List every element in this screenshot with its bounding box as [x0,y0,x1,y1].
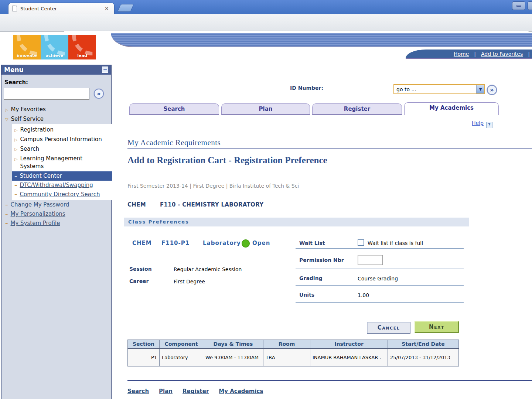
link-separator: | [474,51,476,57]
session-value: Regular Academic Session [174,266,242,272]
logo-block-lead: lead [68,35,96,59]
minimize-button[interactable] [512,1,525,10]
menu-search-input[interactable] [4,88,89,100]
footer-link-plan[interactable]: Plan [159,388,173,395]
sidebar-item-link[interactable]: Community Directory Search [20,191,100,198]
menu-search-go-button[interactable]: » [94,89,104,99]
sidebar-item-registration[interactable]: ▷Registration [12,125,112,135]
sidebar-item-community-directory-search[interactable]: –Community Directory Search [12,190,112,199]
cell-dates: 25/07/2013 - 31/12/2013 [388,349,459,366]
add-to-favorites-link[interactable]: Add to Favorites [481,51,523,57]
class-status: Open [252,240,270,246]
minimize-icon [516,5,521,7]
collapsed-triangle-icon: ▷ [5,108,8,112]
banner-stripes [111,33,532,47]
menu-title: Menu [4,66,24,74]
next-button[interactable]: Next [415,321,459,333]
menu-panel: Menu − Search: » ▷My Favorites ▽Self Ser… [1,65,112,399]
sidebar-item-label: Self Service [11,116,43,122]
menu-collapse-icon[interactable]: − [102,66,108,73]
help-link[interactable]: Help [472,120,484,126]
collapsed-triangle-icon: ▷ [14,137,17,142]
session-label: Session [129,266,152,272]
page-favicon-icon [12,6,17,11]
sidebar-item-search[interactable]: ▷Search [12,144,112,154]
tab-my-academics[interactable]: My Academics [404,102,499,115]
tab-search[interactable]: Search [129,103,219,115]
col-header-start-end-date: Start/End Date [388,340,459,349]
cancel-button[interactable]: Cancel [367,322,410,334]
sidebar-item-campus-personal-information[interactable]: ▷Campus Personal Information [12,135,112,144]
expanded-triangle-icon: ▽ [5,117,8,122]
page-title: My Academic Requirements [127,138,221,147]
divider [296,269,464,269]
sidebar-item-link[interactable]: Change My Password [11,201,69,208]
new-tab-button[interactable] [117,4,134,12]
institution-logo: innovate achieve lead [13,35,96,59]
logo-block-achieve: achieve [41,35,68,59]
tab-close-icon[interactable]: × [103,5,110,12]
footer-link-search[interactable]: Search [127,388,149,395]
sidebar-item-student-center[interactable]: –Student Center [12,171,112,181]
dash-icon: – [14,173,17,179]
sidebar-item-label: Campus Personal Information [20,136,102,143]
home-link[interactable]: Home [454,51,469,57]
title-rule [127,148,532,149]
link-separator: | [528,51,530,57]
sidebar-item-link[interactable]: My Personalizations [11,211,65,217]
units-value: 1.00 [358,292,369,298]
sidebar-item-my-personalizations[interactable]: –My Personalizations [4,209,111,219]
schedule-header-row: Section Component Days & Times Room Inst… [128,340,459,349]
browser-titlebar: Student Center × [0,0,532,14]
footer-link-register[interactable]: Register [183,388,209,395]
divider [296,302,464,303]
col-header-days-times: Days & Times [203,340,263,349]
section-title: Add to Registration Cart - Registration … [127,155,327,166]
sidebar-item-my-favorites[interactable]: ▷My Favorites [4,105,111,115]
sidebar-item-learning-management-systems[interactable]: ▷Learning Management Systems [12,154,112,171]
dash-icon: – [5,201,8,208]
course-title: F110 - CHEMISTRY LABORATORY [160,201,263,208]
footer-link-my-academics[interactable]: My Academics [219,388,263,395]
cell-component: Laboratory [160,349,203,366]
goto-selected-value: go to ... [394,86,476,92]
sidebar-item-change-my-password[interactable]: –Change My Password [4,200,111,209]
sidebar-item-dtc-withdrawal-swapping[interactable]: –DTC/Withdrawal/Swapping [12,181,112,190]
page: Home | Add to Favorites | innovate achie… [0,32,532,399]
sidebar-item-link[interactable]: DTC/Withdrawal/Swapping [20,182,93,188]
grading-label: Grading [299,275,323,281]
logo-label: innovate [17,53,37,59]
chevron-down-icon[interactable]: ▼ [476,85,484,93]
goto-dropdown[interactable]: go to ... ▼ [393,84,485,94]
dash-icon: – [5,220,8,226]
sidebar-item-label: Student Center [20,173,62,179]
permission-nbr-input[interactable] [358,255,383,265]
logo-label: achieve [46,53,64,59]
tab-register[interactable]: Register [312,103,402,115]
sidebar-item-my-system-profile[interactable]: –My System Profile [4,219,111,228]
divider [296,285,464,286]
course-subject: CHEM [127,201,146,208]
class-section: F110-P1 [161,240,190,246]
col-header-room: Room [263,340,310,349]
goto-go-button[interactable]: » [487,85,497,95]
help-icon[interactable]: ? [486,122,492,128]
maximize-button[interactable] [528,1,532,10]
footer-rule [127,380,532,381]
browser-tab[interactable]: Student Center × [8,3,115,14]
waitlist-checkbox[interactable] [358,239,364,246]
sidebar-item-link[interactable]: My System Profile [11,220,60,226]
career-value: First Degree [174,279,205,284]
sidebar-item-label: Registration [20,126,53,133]
screen: Student Center × ← → ↻ ⌂ 10.1.85.38:8100… [0,0,532,399]
tab-plan[interactable]: Plan [221,103,310,115]
grading-value: Course Grading [358,276,398,282]
menu-search-label: Search: [4,79,111,86]
waitlist-label: Wait List [299,240,325,246]
sidebar-item-self-service[interactable]: ▽Self Service [4,115,111,124]
class-subject: CHEM [132,240,152,246]
tab-title: Student Center [20,6,103,11]
col-header-instructor: Instructor [310,340,388,349]
context-line: First Semester 2013-14 | First Degree | … [127,183,299,189]
dash-icon: – [5,211,8,217]
